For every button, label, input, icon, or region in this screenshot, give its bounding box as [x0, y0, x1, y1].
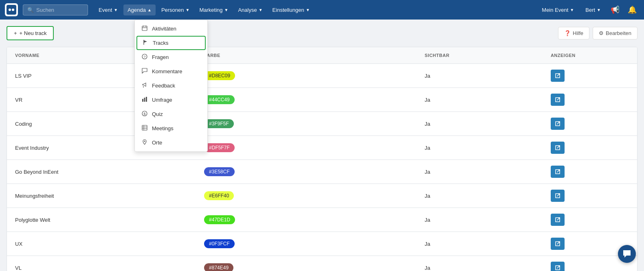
- svg-line-22: [557, 98, 559, 100]
- table-row: Event Industry #DF5F7F Ja: [7, 136, 637, 160]
- col-header-show: ANZEIGEN: [543, 47, 637, 64]
- cell-color: #3F9F5F: [196, 112, 416, 136]
- color-badge: #D8EC09: [204, 71, 235, 80]
- cell-visible: Ja: [417, 232, 543, 256]
- dropdown-item-quiz[interactable]: $ Quiz: [135, 107, 207, 121]
- dropdown-item-meetings[interactable]: Meetings: [135, 121, 207, 136]
- svg-line-29: [557, 266, 559, 268]
- toolbar-right: ❓ Hilfe ⚙ Bearbeiten: [558, 27, 637, 39]
- nav-bert[interactable]: Bert ▼: [581, 4, 605, 15]
- dropdown-label-fragen: Fragen: [152, 54, 169, 60]
- view-button[interactable]: [551, 94, 565, 106]
- dropdown-item-tracks[interactable]: Tracks: [136, 36, 206, 50]
- pin-icon: [141, 139, 148, 146]
- dropdown-label-tracks: Tracks: [153, 40, 169, 46]
- cell-visible: Ja: [417, 88, 543, 112]
- dropdown-item-aktivitaten[interactable]: Aktivitäten: [135, 22, 207, 36]
- nav-agenda[interactable]: Agenda ▲: [123, 4, 156, 15]
- cell-show: [543, 112, 637, 136]
- svg-line-28: [557, 242, 559, 244]
- table-row: UX #0F3FCF Ja: [7, 232, 637, 256]
- nav-marketing[interactable]: Marketing ▼: [195, 4, 232, 15]
- cell-show: [543, 160, 637, 184]
- cell-visible: Ja: [417, 160, 543, 184]
- dropdown-label-quiz: Quiz: [152, 111, 163, 117]
- cell-visible: Ja: [417, 184, 543, 208]
- view-button[interactable]: [551, 262, 565, 271]
- nav-analyse[interactable]: Analyse ▼: [234, 4, 266, 15]
- table-body: LS VIP #D8EC09 Ja VR #44CC49 Ja: [7, 64, 637, 271]
- dropdown-item-kommentare[interactable]: Kommentare: [135, 64, 207, 79]
- cell-visible: Ja: [417, 112, 543, 136]
- cell-color: #44CC49: [196, 88, 416, 112]
- svg-rect-12: [144, 98, 145, 102]
- cell-visible: Ja: [417, 64, 543, 88]
- cell-show: [543, 184, 637, 208]
- cell-show: [543, 136, 637, 160]
- dropdown-item-orte[interactable]: Orte: [135, 136, 207, 150]
- svg-line-27: [557, 218, 559, 220]
- agenda-dropdown-menu: Aktivitäten Tracks ? Fragen Kommentare F…: [134, 20, 208, 152]
- col-header-visible: SICHTBAR: [417, 47, 543, 64]
- dropdown-label-meetings: Meetings: [152, 125, 174, 131]
- chevron-down-icon: ▼: [224, 8, 229, 12]
- cell-name: Meinungsfreiheit: [7, 184, 196, 208]
- nav-mein-event[interactable]: Mein Event ▼: [538, 4, 578, 15]
- color-badge: #E6FF40: [204, 191, 234, 200]
- search-box[interactable]: 🔍: [23, 4, 88, 15]
- question-circle-icon: ?: [141, 54, 148, 61]
- color-badge: #47DE1D: [204, 215, 235, 224]
- nav-personen[interactable]: Personen ▼: [157, 4, 194, 15]
- color-badge: #874E49: [204, 263, 233, 271]
- svg-line-24: [557, 146, 559, 148]
- help-button[interactable]: ❓ Hilfe: [558, 27, 589, 39]
- toolbar: + + Neu track ❓ Hilfe ⚙ Bearbeiten: [7, 26, 637, 40]
- svg-point-2: [12, 9, 14, 11]
- app-logo[interactable]: [5, 3, 18, 16]
- view-button[interactable]: [551, 166, 565, 178]
- tracks-table-container: VORNAME FARBE SICHTBAR ANZEIGEN LS VIP #…: [7, 47, 637, 271]
- table-header-row: VORNAME FARBE SICHTBAR ANZEIGEN: [7, 47, 637, 64]
- view-button[interactable]: [551, 190, 565, 202]
- cell-visible: Ja: [417, 208, 543, 232]
- view-button[interactable]: [551, 238, 565, 250]
- color-badge: #0F3FCF: [204, 239, 235, 248]
- cell-visible: Ja: [417, 256, 543, 271]
- nav-einstellungen[interactable]: Einstellungen ▼: [268, 4, 314, 15]
- dropdown-label-orte: Orte: [152, 140, 162, 146]
- table-row: Polyglotte Welt #47DE1D Ja: [7, 208, 637, 232]
- table-row: Go Beyond InEent #3E58CF Ja: [7, 160, 637, 184]
- dropdown-label-umfrage: Umfrage: [152, 97, 172, 103]
- cell-visible: Ja: [417, 136, 543, 160]
- table-row: VR #44CC49 Ja: [7, 88, 637, 112]
- megaphone-icon[interactable]: 📢: [608, 4, 622, 16]
- comment-icon: [141, 68, 148, 75]
- search-input[interactable]: [36, 7, 84, 13]
- new-track-button[interactable]: + + Neu track: [7, 26, 54, 40]
- chevron-down-icon: ▼: [597, 8, 601, 12]
- view-button[interactable]: [551, 214, 565, 226]
- view-button[interactable]: [551, 142, 565, 154]
- nav-event[interactable]: Event ▼: [95, 4, 122, 15]
- table-icon: [141, 125, 148, 132]
- svg-text:?: ?: [143, 55, 145, 59]
- dropdown-item-fragen[interactable]: ? Fragen: [135, 50, 207, 64]
- bell-icon[interactable]: 🔔: [625, 4, 639, 16]
- chat-bubble-button[interactable]: [618, 245, 636, 263]
- cell-color: #DF5F7F: [196, 136, 416, 160]
- color-badge: #3F9F5F: [204, 119, 234, 128]
- svg-rect-13: [146, 97, 147, 102]
- dropdown-label-feedback: Feedback: [152, 83, 175, 89]
- svg-line-25: [557, 170, 559, 172]
- cell-name: Polyglotte Welt: [7, 208, 196, 232]
- dropdown-item-umfrage[interactable]: Umfrage: [135, 93, 207, 107]
- top-navigation: 🔍 Event ▼ Agenda ▲ Personen ▼ Marketing …: [0, 0, 644, 20]
- dropdown-item-feedback[interactable]: Feedback: [135, 79, 207, 93]
- cell-name: UX: [7, 232, 196, 256]
- gear-icon: ⚙: [599, 30, 604, 36]
- view-button[interactable]: [551, 70, 565, 82]
- view-button[interactable]: [551, 118, 565, 130]
- edit-button[interactable]: ⚙ Bearbeiten: [593, 27, 637, 39]
- chevron-down-icon: ▼: [186, 8, 190, 12]
- chevron-up-icon: ▲: [147, 8, 152, 12]
